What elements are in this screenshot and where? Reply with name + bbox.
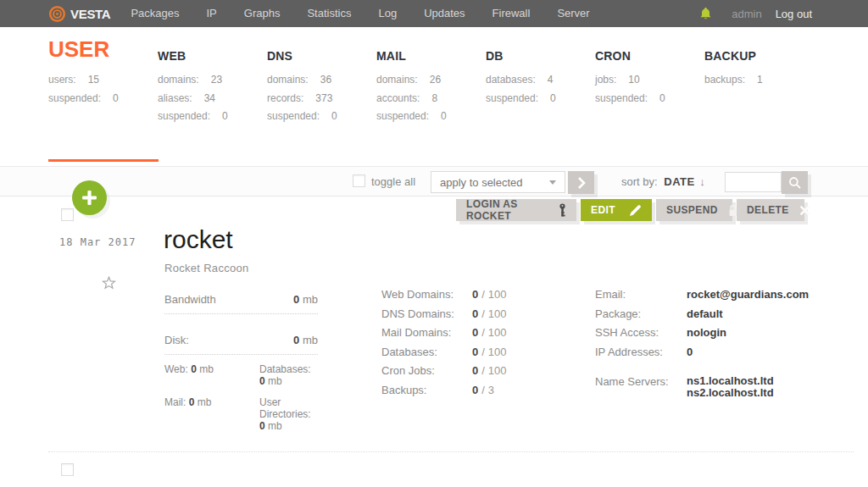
active-tab-underline xyxy=(48,159,159,162)
stat-label: backups: xyxy=(704,74,745,86)
chevron-down-icon xyxy=(549,180,556,185)
stat-row: domains:26 xyxy=(376,74,486,86)
toggle-all-checkbox[interactable] xyxy=(353,174,365,187)
search-button[interactable] xyxy=(782,171,808,194)
disk-breakdown: Web: 0 mb Databases: 0 mb Mail: 0 mb Use… xyxy=(164,363,318,432)
plus-icon xyxy=(81,190,97,206)
nav-right-cluster: admin Log out xyxy=(700,0,812,27)
bulk-action-go-button[interactable] xyxy=(568,171,594,194)
stat-label: domains: xyxy=(158,74,199,86)
row-select-checkbox[interactable] xyxy=(61,208,74,221)
vesta-logo[interactable]: VESTA xyxy=(48,5,110,23)
sort-field-button[interactable]: DATE xyxy=(664,175,694,188)
nav-item-statistics[interactable]: Statistics xyxy=(293,0,364,27)
disk-breakdown-mail: Mail: 0 mb xyxy=(164,396,259,432)
nav-item-server[interactable]: Server xyxy=(543,0,603,27)
stat-col-cron: CRON jobs:10 suspended:0 xyxy=(595,27,704,129)
tab-backup[interactable]: BACKUP xyxy=(704,27,814,63)
pencil-icon xyxy=(630,204,642,216)
stat-label: suspended: xyxy=(376,110,429,122)
stat-value: 23 xyxy=(211,74,222,86)
nav-menu: Packages IP Graphs Statistics Log Update… xyxy=(117,0,603,27)
row-date: 18 Mar 2017 xyxy=(59,236,136,248)
sort-direction-arrow[interactable]: ↓ xyxy=(699,175,705,188)
usage-column: Bandwidth 0 mb Disk: 0 mb Web: 0 mb Data… xyxy=(164,288,318,432)
user-login-link[interactable]: rocket xyxy=(164,225,233,254)
sort-by: sort by: DATE ↓ xyxy=(621,175,705,188)
name-servers-values: ns1.localhost.ltd ns2.localhost.ltd xyxy=(687,375,774,398)
limit-row-backups: Backups:0/3 xyxy=(381,384,551,396)
current-user-link[interactable]: admin xyxy=(732,8,761,20)
edit-user-button[interactable]: EDIT xyxy=(581,199,652,221)
stat-row: suspended:0 xyxy=(48,92,158,104)
limit-row-dns-domains: DNS Domains:0/100 xyxy=(381,307,551,319)
stat-value: 8 xyxy=(431,92,437,104)
delete-user-button[interactable]: DELETE xyxy=(737,199,804,221)
tab-web[interactable]: WEB xyxy=(158,27,267,63)
stat-label: jobs: xyxy=(595,74,616,86)
stat-label: suspended: xyxy=(158,110,210,122)
nav-item-log[interactable]: Log xyxy=(364,0,410,27)
nav-item-firewall[interactable]: Firewall xyxy=(479,0,544,27)
limits-column: Web Domains:0/100 DNS Domains:0/100 Mail… xyxy=(381,288,551,402)
disk-value: 0 mb xyxy=(293,334,318,346)
tab-cron[interactable]: CRON xyxy=(595,27,704,63)
logout-link[interactable]: Log out xyxy=(776,8,812,20)
suspend-user-button[interactable]: SUSPEND xyxy=(656,199,732,221)
stat-value: 373 xyxy=(315,92,332,104)
row-actions: LOGIN AS ROCKET EDIT SUSPEND DELETE xyxy=(456,199,804,221)
stat-row: jobs:10 xyxy=(595,74,704,86)
sort-by-label: sort by: xyxy=(621,175,658,188)
stat-row: suspended:0 xyxy=(595,92,704,104)
disk-breakdown-databases: Databases: 0 mb xyxy=(259,363,318,387)
disk-row: Disk: 0 mb xyxy=(164,329,318,355)
name-server-2: ns2.localhost.ltd xyxy=(687,387,774,399)
limit-row-databases: Databases:0/100 xyxy=(381,346,551,357)
stat-label: suspended: xyxy=(486,92,538,104)
stat-row: domains:36 xyxy=(267,74,376,86)
stat-row: suspended:0 xyxy=(267,110,376,122)
bulk-action-select[interactable]: apply to selected xyxy=(431,171,565,193)
stat-label: domains: xyxy=(376,74,418,86)
info-row-name-servers: Name Servers: ns1.localhost.ltd ns2.loca… xyxy=(595,375,777,398)
stat-value: 4 xyxy=(548,74,554,86)
stat-row: users:15 xyxy=(48,74,158,86)
stat-label: databases: xyxy=(486,74,536,86)
stat-value: 0 xyxy=(222,110,228,122)
tab-mail[interactable]: MAIL xyxy=(376,27,486,63)
nav-item-updates[interactable]: Updates xyxy=(410,0,478,27)
key-icon xyxy=(559,203,566,218)
favorite-star-icon[interactable] xyxy=(102,276,116,293)
add-user-button[interactable] xyxy=(72,180,107,215)
notifications-bell-icon[interactable] xyxy=(700,8,711,20)
stat-value: 1 xyxy=(757,74,763,86)
stat-label: suspended: xyxy=(267,110,320,122)
name-server-1: ns1.localhost.ltd xyxy=(687,375,774,387)
nav-item-ip[interactable]: IP xyxy=(193,0,231,27)
stat-row: suspended:0 xyxy=(486,92,595,104)
stat-col-backup: BACKUP backups:1 xyxy=(704,27,814,129)
nav-item-graphs[interactable]: Graphs xyxy=(231,0,294,27)
stat-row: accounts:8 xyxy=(376,92,486,104)
tab-dns[interactable]: DNS xyxy=(267,27,376,63)
vesta-logo-icon xyxy=(48,5,66,23)
list-toolbar: toggle all apply to selected sort by: DA… xyxy=(0,166,868,196)
bandwidth-value: 0 mb xyxy=(293,293,318,306)
stat-col-db: DB databases:4 suspended:0 xyxy=(486,27,595,129)
bandwidth-label: Bandwidth xyxy=(164,293,216,306)
login-as-user-button[interactable]: LOGIN AS ROCKET xyxy=(456,199,576,221)
nav-item-packages[interactable]: Packages xyxy=(117,0,192,27)
tab-user[interactable]: USER xyxy=(48,27,158,63)
search-input[interactable] xyxy=(725,172,782,192)
stat-value: 0 xyxy=(659,92,665,104)
next-row-select-checkbox[interactable] xyxy=(61,463,74,476)
stat-label: accounts: xyxy=(376,92,420,104)
stat-value: 0 xyxy=(331,110,337,122)
info-row-email: Email:rocket@guardians.com xyxy=(595,288,777,300)
row-divider xyxy=(48,451,854,452)
info-row-package: Package:default xyxy=(595,307,777,319)
stat-value: 0 xyxy=(441,110,447,122)
stat-value: 34 xyxy=(204,92,215,104)
stat-col-dns: DNS domains:36 records:373 suspended:0 xyxy=(267,27,376,129)
tab-db[interactable]: DB xyxy=(486,27,595,63)
